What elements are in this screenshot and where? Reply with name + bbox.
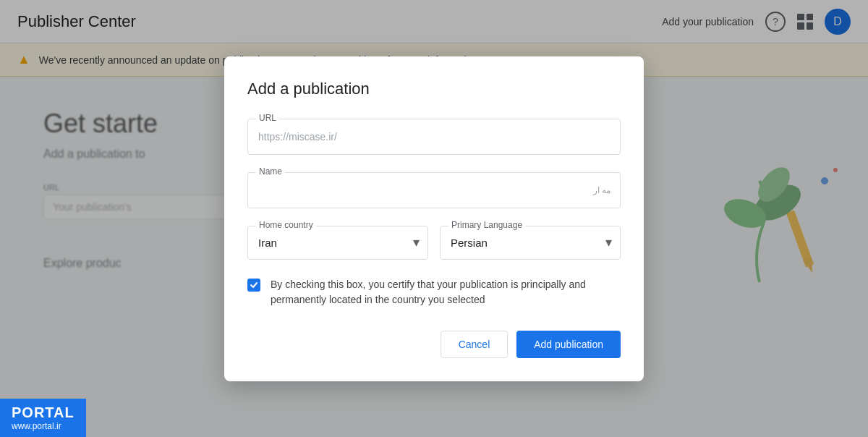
name-field-group: Name مه ار bbox=[247, 172, 621, 208]
url-field-group: URL bbox=[247, 119, 621, 155]
certify-checkbox[interactable] bbox=[247, 279, 260, 292]
portal-badge: PORTAL www.portal.ir bbox=[0, 399, 86, 437]
portal-name: PORTAL bbox=[12, 404, 75, 421]
modal-actions: Cancel Add publication bbox=[247, 331, 621, 358]
home-country-group: Home country Iran ▾ bbox=[247, 226, 428, 260]
cancel-button[interactable]: Cancel bbox=[441, 331, 509, 358]
checkmark-icon bbox=[250, 281, 258, 289]
add-publication-modal: Add a publication URL Name مه ار Home co… bbox=[224, 56, 644, 381]
home-country-select[interactable]: Iran bbox=[247, 226, 428, 260]
add-publication-button[interactable]: Add publication bbox=[516, 331, 621, 358]
primary-language-label: Primary Language bbox=[448, 220, 525, 230]
name-label: Name bbox=[256, 166, 285, 177]
name-hint: مه ار bbox=[593, 185, 610, 195]
modal-title: Add a publication bbox=[247, 80, 621, 98]
home-country-label: Home country bbox=[256, 220, 316, 230]
name-input[interactable] bbox=[247, 172, 621, 208]
primary-language-select[interactable]: Persian bbox=[440, 226, 621, 260]
checkbox-wrapper[interactable] bbox=[247, 279, 260, 292]
primary-language-group: Primary Language Persian ▾ bbox=[440, 226, 621, 260]
selects-row: Home country Iran ▾ Primary Language Per… bbox=[247, 226, 621, 260]
url-label: URL bbox=[256, 113, 279, 123]
checkbox-section: By checking this box, you certify that y… bbox=[247, 277, 621, 307]
url-input[interactable] bbox=[247, 119, 621, 155]
portal-url: www.portal.ir bbox=[12, 421, 75, 431]
certify-text: By checking this box, you certify that y… bbox=[271, 277, 621, 307]
modal-overlay: Add a publication URL Name مه ار Home co… bbox=[0, 0, 868, 437]
